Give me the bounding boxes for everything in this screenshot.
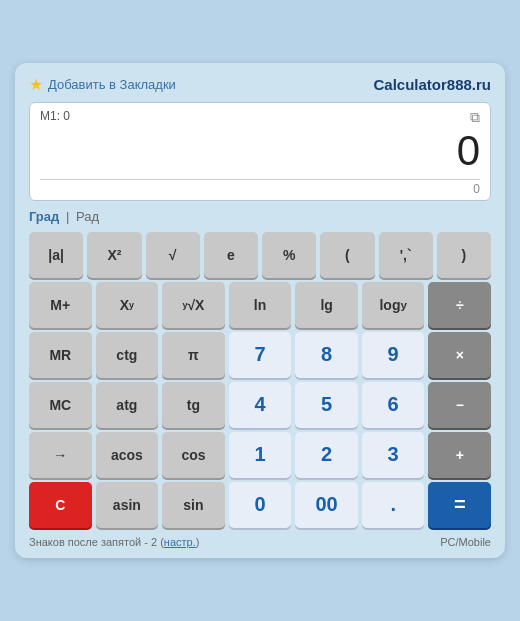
asin-button[interactable]: asin bbox=[96, 482, 159, 528]
lg-button[interactable]: lg bbox=[295, 282, 358, 328]
display-memory-row: М1: 0 ⧉ bbox=[40, 109, 480, 126]
rad-mode-button[interactable]: Рад bbox=[76, 209, 99, 224]
doublezero-button[interactable]: 00 bbox=[295, 482, 358, 528]
close-paren-button[interactable]: ) bbox=[437, 232, 491, 278]
grad-mode-button[interactable]: Град bbox=[29, 209, 59, 224]
arrow-button[interactable]: → bbox=[29, 432, 92, 478]
display-main-value: 0 bbox=[40, 128, 480, 174]
multiply-button[interactable]: × bbox=[428, 332, 491, 378]
mplus-button[interactable]: M+ bbox=[29, 282, 92, 328]
atg-button[interactable]: atg bbox=[96, 382, 159, 428]
display-sub-value: 0 bbox=[40, 182, 480, 196]
bookmark-label: Добавить в Закладки bbox=[48, 77, 176, 92]
footer: Знаков после запятой - 2 (настр.) PC/Mob… bbox=[29, 536, 491, 548]
pi-button[interactable]: π bbox=[162, 332, 225, 378]
eight-button[interactable]: 8 bbox=[295, 332, 358, 378]
quote-button[interactable]: ',` bbox=[379, 232, 433, 278]
footer-left: Знаков после запятой - 2 (настр.) bbox=[29, 536, 199, 548]
acos-button[interactable]: acos bbox=[96, 432, 159, 478]
footer-right-text: ) bbox=[196, 536, 200, 548]
bookmark-link[interactable]: ★ Добавить в Закладки bbox=[29, 75, 176, 94]
angle-mode: Град | Рад bbox=[29, 209, 491, 224]
copy-icon[interactable]: ⧉ bbox=[470, 109, 480, 126]
calculator: ★ Добавить в Закладки Calculator888.ru М… bbox=[15, 63, 505, 557]
footer-right-side: PC/Mobile bbox=[440, 536, 491, 548]
ln-button[interactable]: ln bbox=[229, 282, 292, 328]
divide-button[interactable]: ÷ bbox=[428, 282, 491, 328]
one-button[interactable]: 1 bbox=[229, 432, 292, 478]
buttons-grid: |a| X² √ e % ( ',` ) M+ Xy y√X ln lg log… bbox=[29, 232, 491, 528]
tg-button[interactable]: tg bbox=[162, 382, 225, 428]
equals-button[interactable]: = bbox=[428, 482, 491, 528]
top-bar: ★ Добавить в Закладки Calculator888.ru bbox=[29, 75, 491, 94]
site-title: Calculator888.ru bbox=[373, 76, 491, 93]
memory-label: М1: 0 bbox=[40, 109, 70, 123]
sin-button[interactable]: sin bbox=[162, 482, 225, 528]
settings-link[interactable]: настр. bbox=[164, 536, 196, 548]
two-button[interactable]: 2 bbox=[295, 432, 358, 478]
percent-button[interactable]: % bbox=[262, 232, 316, 278]
display-divider bbox=[40, 179, 480, 180]
logy-button[interactable]: logy bbox=[362, 282, 425, 328]
dot-button[interactable]: . bbox=[362, 482, 425, 528]
abs-button[interactable]: |a| bbox=[29, 232, 83, 278]
footer-left-text: Знаков после запятой - 2 ( bbox=[29, 536, 164, 548]
clear-button[interactable]: C bbox=[29, 482, 92, 528]
mr-button[interactable]: MR bbox=[29, 332, 92, 378]
ctg-button[interactable]: ctg bbox=[96, 332, 159, 378]
three-button[interactable]: 3 bbox=[362, 432, 425, 478]
five-button[interactable]: 5 bbox=[295, 382, 358, 428]
sqrt-button[interactable]: √ bbox=[146, 232, 200, 278]
star-icon: ★ bbox=[29, 75, 43, 94]
seven-button[interactable]: 7 bbox=[229, 332, 292, 378]
square-button[interactable]: X² bbox=[87, 232, 141, 278]
btn-row-1: |a| X² √ e % ( ',` ) bbox=[29, 232, 491, 278]
yroot-button[interactable]: y√X bbox=[162, 282, 225, 328]
display-area: М1: 0 ⧉ 0 0 bbox=[29, 102, 491, 200]
open-paren-button[interactable]: ( bbox=[320, 232, 374, 278]
btn-row-4: MC atg tg 4 5 6 − bbox=[29, 382, 491, 428]
zero-button[interactable]: 0 bbox=[229, 482, 292, 528]
cos-button[interactable]: cos bbox=[162, 432, 225, 478]
angle-separator: | bbox=[66, 209, 69, 224]
e-button[interactable]: e bbox=[204, 232, 258, 278]
btn-row-5: → acos cos 1 2 3 + bbox=[29, 432, 491, 478]
btn-row-6: C asin sin 0 00 . = bbox=[29, 482, 491, 528]
minus-button[interactable]: − bbox=[428, 382, 491, 428]
mc-button[interactable]: MC bbox=[29, 382, 92, 428]
nine-button[interactable]: 9 bbox=[362, 332, 425, 378]
four-button[interactable]: 4 bbox=[229, 382, 292, 428]
btn-row-3: MR ctg π 7 8 9 × bbox=[29, 332, 491, 378]
plus-button[interactable]: + bbox=[428, 432, 491, 478]
power-button[interactable]: Xy bbox=[96, 282, 159, 328]
six-button[interactable]: 6 bbox=[362, 382, 425, 428]
btn-row-2: M+ Xy y√X ln lg logy ÷ bbox=[29, 282, 491, 328]
